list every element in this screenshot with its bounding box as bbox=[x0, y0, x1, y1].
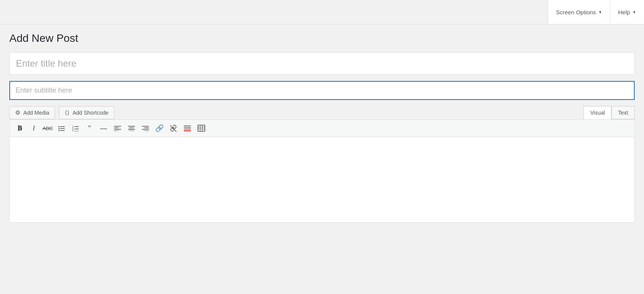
screen-options-chevron-icon: ▼ bbox=[598, 10, 602, 14]
text-tab[interactable]: Text bbox=[611, 106, 635, 119]
blockquote-tool[interactable]: " bbox=[83, 123, 96, 134]
svg-point-2 bbox=[59, 128, 60, 129]
align-right-tool[interactable] bbox=[139, 123, 152, 134]
top-bar: Screen Options ▼ Help ▼ bbox=[0, 0, 644, 24]
add-media-label: Add Media bbox=[23, 110, 49, 116]
add-shortcode-label: Add Shortcode bbox=[73, 110, 109, 116]
text-color-tool[interactable] bbox=[181, 123, 194, 134]
svg-text:3: 3 bbox=[72, 130, 74, 131]
screen-options-button[interactable]: Screen Options ▼ bbox=[548, 0, 610, 24]
help-button[interactable]: Help ▼ bbox=[610, 0, 644, 24]
toolbar-left: ⚙ Add Media ⟨⟩ Add Shortcode bbox=[9, 106, 114, 119]
bold-tool[interactable]: 𝐁 bbox=[14, 123, 26, 134]
ordered-list-tool[interactable]: 1 2 3 bbox=[69, 123, 82, 134]
editor-toolbar-row: ⚙ Add Media ⟨⟩ Add Shortcode Visual Text bbox=[9, 106, 635, 119]
visual-tab-label: Visual bbox=[590, 110, 605, 116]
svg-point-4 bbox=[59, 130, 60, 131]
svg-point-0 bbox=[59, 126, 60, 127]
link-tool[interactable]: 🔗 bbox=[153, 123, 166, 134]
editor-format-toolbar: 𝐁 I ABC 1 2 3 bbox=[10, 120, 634, 137]
page-title: Add New Post bbox=[9, 32, 635, 45]
align-center-tool[interactable] bbox=[125, 123, 138, 134]
add-shortcode-button[interactable]: ⟨⟩ Add Shortcode bbox=[59, 106, 114, 119]
align-left-tool[interactable] bbox=[111, 123, 124, 134]
help-label: Help bbox=[618, 9, 630, 15]
add-media-button[interactable]: ⚙ Add Media bbox=[9, 106, 55, 119]
italic-tool[interactable]: I bbox=[28, 123, 40, 134]
add-shortcode-icon: ⟨⟩ bbox=[65, 109, 69, 116]
svg-rect-29 bbox=[198, 125, 205, 131]
strikethrough-tool[interactable]: ABC bbox=[42, 123, 54, 134]
page-content: Add New Post ⚙ Add Media ⟨⟩ Add Shortcod… bbox=[0, 24, 644, 232]
toolbar-right: Visual Text bbox=[583, 106, 635, 119]
add-media-icon: ⚙ bbox=[15, 109, 20, 116]
svg-rect-28 bbox=[184, 130, 191, 131]
table-tool[interactable] bbox=[195, 123, 208, 134]
help-chevron-icon: ▼ bbox=[632, 10, 636, 14]
unlink-tool[interactable] bbox=[167, 123, 180, 134]
visual-tab[interactable]: Visual bbox=[583, 106, 611, 119]
editor-area[interactable] bbox=[10, 137, 634, 222]
subtitle-input[interactable] bbox=[9, 81, 635, 100]
title-input[interactable] bbox=[9, 52, 635, 75]
text-tab-label: Text bbox=[618, 110, 628, 116]
unordered-list-tool[interactable] bbox=[55, 123, 68, 134]
screen-options-label: Screen Options bbox=[556, 9, 596, 15]
horizontal-rule-tool[interactable]: — bbox=[97, 123, 110, 134]
editor-container: 𝐁 I ABC 1 2 3 bbox=[9, 119, 635, 223]
